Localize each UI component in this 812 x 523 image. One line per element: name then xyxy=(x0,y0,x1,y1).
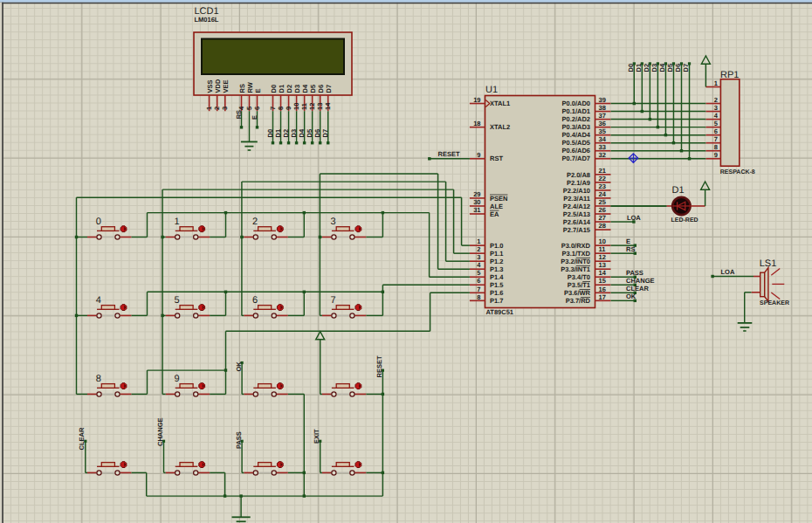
svg-text:E: E xyxy=(254,88,262,93)
svg-text:9: 9 xyxy=(285,107,292,110)
svg-text:3: 3 xyxy=(477,253,480,261)
svg-text:10: 10 xyxy=(599,237,606,245)
svg-text:D5: D5 xyxy=(666,64,674,72)
svg-text:P1.0: P1.0 xyxy=(490,242,503,250)
svg-text:D0: D0 xyxy=(270,85,278,93)
svg-text:P2.6/A14: P2.6/A14 xyxy=(563,218,591,226)
svg-text:P2.1/A9: P2.1/A9 xyxy=(567,179,590,187)
svg-text:11: 11 xyxy=(300,103,308,110)
svg-text:RST: RST xyxy=(490,155,503,162)
svg-text:D4: D4 xyxy=(298,128,306,137)
svg-text:6: 6 xyxy=(252,295,258,306)
svg-text:8: 8 xyxy=(277,107,285,110)
svg-text:1: 1 xyxy=(205,107,213,110)
svg-text:3: 3 xyxy=(331,217,336,227)
svg-text:14: 14 xyxy=(599,269,607,277)
svg-text:P2.0/A8: P2.0/A8 xyxy=(567,171,590,179)
svg-text:15: 15 xyxy=(599,277,606,285)
svg-text:CLEAR: CLEAR xyxy=(78,427,86,450)
svg-text:6: 6 xyxy=(477,277,480,285)
svg-text:P3.5/T1: P3.5/T1 xyxy=(568,281,590,289)
svg-text:22: 22 xyxy=(599,175,606,182)
svg-text:9: 9 xyxy=(477,151,480,159)
svg-text:E: E xyxy=(626,237,630,245)
svg-text:EA: EA xyxy=(490,210,499,218)
svg-text:XTAL2: XTAL2 xyxy=(490,123,510,131)
svg-text:D1: D1 xyxy=(635,64,643,72)
svg-text:4: 4 xyxy=(96,295,101,306)
svg-text:D3: D3 xyxy=(650,64,658,72)
svg-text:1: 1 xyxy=(714,79,718,87)
svg-text:13: 13 xyxy=(316,103,324,110)
svg-text:P0.1/AD1: P0.1/AD1 xyxy=(561,107,590,115)
svg-text:25: 25 xyxy=(599,198,606,206)
svg-text:VEE: VEE xyxy=(222,79,230,93)
svg-text:7: 7 xyxy=(477,286,480,293)
svg-text:RESPACK-8: RESPACK-8 xyxy=(720,169,755,175)
svg-text:PSEN: PSEN xyxy=(490,195,507,203)
svg-text:5: 5 xyxy=(245,107,253,110)
svg-text:D2: D2 xyxy=(282,129,290,138)
svg-text:P3.4/T0: P3.4/T0 xyxy=(568,273,590,281)
svg-text:P0.7/AD7: P0.7/AD7 xyxy=(561,155,590,162)
svg-text:9: 9 xyxy=(714,151,718,159)
svg-text:P1.7: P1.7 xyxy=(490,297,503,305)
svg-text:P0.0/AD0: P0.0/AD0 xyxy=(561,100,590,107)
svg-text:P1.1: P1.1 xyxy=(490,250,503,258)
svg-text:2: 2 xyxy=(477,245,480,253)
svg-text:PASS: PASS xyxy=(626,269,643,277)
svg-text:21: 21 xyxy=(599,167,606,175)
svg-text:14: 14 xyxy=(324,102,332,110)
svg-text:P2.3/A11: P2.3/A11 xyxy=(563,195,590,203)
svg-text:8: 8 xyxy=(714,143,718,151)
svg-text:1: 1 xyxy=(174,217,179,227)
svg-text:11: 11 xyxy=(599,245,606,253)
svg-text:36: 36 xyxy=(599,120,606,127)
svg-text:31: 31 xyxy=(473,206,480,214)
svg-text:SPEAKER: SPEAKER xyxy=(760,300,789,306)
svg-text:D7: D7 xyxy=(682,64,690,72)
svg-text:VSS: VSS xyxy=(206,79,214,93)
svg-text:RP1: RP1 xyxy=(720,70,739,80)
svg-text:P1.2: P1.2 xyxy=(490,258,503,265)
svg-text:D6: D6 xyxy=(313,129,321,138)
svg-text:RESET: RESET xyxy=(438,150,460,158)
svg-text:PASS: PASS xyxy=(235,431,243,449)
svg-text:D6: D6 xyxy=(317,85,325,93)
svg-text:D0: D0 xyxy=(627,64,635,72)
svg-text:CHANGE: CHANGE xyxy=(156,417,164,446)
svg-text:26: 26 xyxy=(599,206,606,214)
svg-text:LOA: LOA xyxy=(627,214,641,222)
svg-text:OK: OK xyxy=(626,292,637,300)
svg-text:P0.5/AD5: P0.5/AD5 xyxy=(561,139,590,147)
svg-text:D2: D2 xyxy=(643,64,650,72)
svg-text:P0.2/AD2: P0.2/AD2 xyxy=(561,115,590,123)
svg-text:RS: RS xyxy=(235,110,243,119)
svg-text:P3.6/WR: P3.6/WR xyxy=(564,289,591,297)
svg-text:2: 2 xyxy=(714,96,718,104)
svg-text:LOA: LOA xyxy=(721,268,735,276)
svg-text:RS: RS xyxy=(238,84,246,93)
svg-text:D5: D5 xyxy=(306,129,313,138)
svg-text:E: E xyxy=(251,115,258,120)
svg-text:16: 16 xyxy=(599,286,606,293)
svg-text:28: 28 xyxy=(599,222,606,230)
svg-text:8: 8 xyxy=(477,293,480,301)
svg-text:3: 3 xyxy=(221,107,229,110)
svg-text:32: 32 xyxy=(599,151,606,159)
svg-text:P1.6: P1.6 xyxy=(490,289,503,297)
svg-text:38: 38 xyxy=(599,104,606,112)
svg-text:P0.4/AD4: P0.4/AD4 xyxy=(561,131,590,139)
svg-text:D1: D1 xyxy=(278,85,286,93)
svg-text:5: 5 xyxy=(174,295,179,306)
svg-text:CLEAR: CLEAR xyxy=(626,285,649,292)
svg-text:1: 1 xyxy=(477,237,480,245)
svg-text:D0: D0 xyxy=(266,129,274,138)
svg-text:7: 7 xyxy=(269,107,277,110)
svg-text:P0.3/AD3: P0.3/AD3 xyxy=(561,123,590,131)
svg-text:RESET: RESET xyxy=(375,355,383,377)
svg-text:39: 39 xyxy=(599,96,606,104)
svg-text:D6: D6 xyxy=(674,64,682,72)
svg-text:P3.2/INT0: P3.2/INT0 xyxy=(561,258,590,265)
svg-text:6: 6 xyxy=(714,127,718,135)
